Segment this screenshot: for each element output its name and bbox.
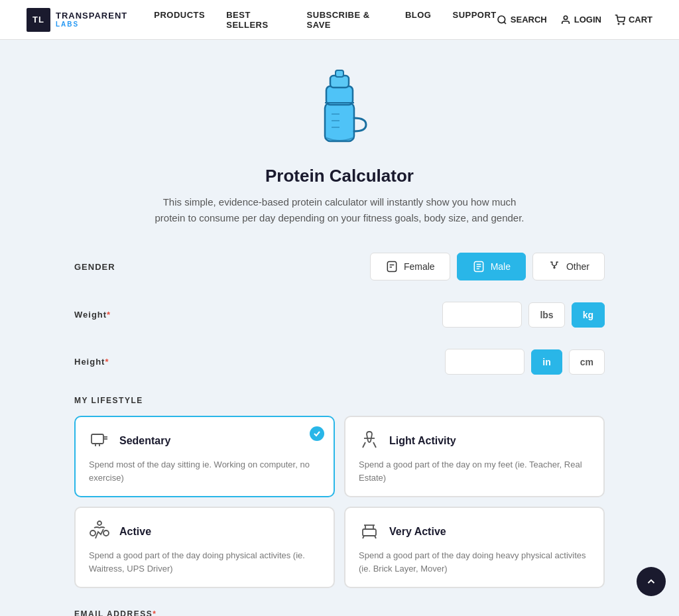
weight-kg-button[interactable]: kg [572,302,605,328]
lifestyle-card-desc: Spend a good part of the day on my feet … [359,458,590,484]
svg-point-4 [623,23,624,24]
logo[interactable]: TL TRANSPARENT LABS [27,8,127,32]
nav-link-best-sellers[interactable]: BEST SELLERS [226,10,285,30]
cart-link[interactable]: CART [615,15,652,25]
navbar: TL TRANSPARENT LABS PRODUCTSBEST SELLERS… [0,0,679,40]
weight-label: Weight* [74,310,207,320]
hero-section: Protein Calculator This simple, evidence… [68,66,611,226]
svg-line-33 [363,536,364,538]
search-link[interactable]: SEARCH [497,15,547,25]
female-icon [385,260,399,273]
lifestyle-card-title: Sedentary [119,435,170,447]
nav-links: PRODUCTSBEST SELLERSSUBSCRIBE & SAVEBLOG… [154,10,497,30]
nav-link-support[interactable]: SUPPORT [452,10,496,30]
selected-check-badge [310,426,324,441]
nav-link-products[interactable]: PRODUCTS [154,10,205,30]
nav-link-subscribe-&-save[interactable]: SUBSCRIBE & SAVE [307,10,384,30]
lifestyle-icon-very-active [359,520,380,544]
lifestyle-card-title: Light Activity [389,435,456,447]
chevron-up-icon [645,576,657,587]
lifestyle-card-light[interactable]: Light Activity Spend a good part of the … [344,416,605,497]
svg-rect-20 [92,434,103,444]
lifestyle-card-header: Light Activity [359,429,590,453]
lifestyle-icon-sedentary [89,429,110,453]
height-in-button[interactable]: in [531,349,562,375]
main-content: Protein Calculator This simple, evidence… [54,40,625,616]
gender-label: GENDER [74,262,207,272]
male-icon [472,260,485,273]
weight-lbs-button[interactable]: lbs [528,302,564,328]
svg-point-27 [90,530,95,536]
svg-point-2 [564,16,567,19]
lifestyle-card-title: Very Active [389,526,446,538]
login-link[interactable]: LOGIN [560,15,601,25]
check-icon [313,430,321,438]
height-cm-button[interactable]: cm [569,349,605,375]
gender-controls: Female Male [370,253,605,280]
lifestyle-card-sedentary[interactable]: Sedentary Spend most of the day sitting … [74,416,335,497]
nav-actions: SEARCH LOGIN CART [497,15,652,25]
weight-row: Weight* lbs kg [68,302,611,328]
svg-line-1 [504,22,506,24]
weight-input[interactable] [442,302,522,328]
lifestyle-card-header: Sedentary [89,429,320,453]
gender-row: GENDER Female Male [68,253,611,280]
lifestyle-card-desc: Spend a good part of the day doing physi… [89,549,320,575]
svg-point-3 [618,23,619,24]
search-icon [497,15,507,25]
lifestyle-grid: Sedentary Spend most of the day sitting … [68,416,611,588]
lifestyle-icon-active [89,520,110,544]
svg-point-0 [498,16,505,23]
weight-controls: lbs kg [442,302,605,328]
svg-line-34 [375,536,376,538]
gender-female-button[interactable]: Female [370,253,450,280]
logo-box: TL [27,8,50,32]
shaker-illustration [306,66,373,153]
email-label: EMAIL ADDRESS* [74,609,605,616]
lifestyle-icon-light [359,429,380,453]
svg-rect-5 [325,103,354,141]
page-description: This simple, evidence-based protein calc… [147,194,532,226]
svg-point-28 [103,530,109,536]
scroll-to-top-button[interactable] [637,567,666,596]
gender-male-button[interactable]: Male [457,253,526,280]
page-title: Protein Calculator [68,166,611,186]
height-input[interactable] [445,349,525,375]
other-gender-icon [548,260,561,273]
svg-rect-13 [387,262,396,272]
height-controls: in cm [445,349,605,375]
lifestyle-card-desc: Spend most of the day sitting ie. Workin… [89,458,320,484]
lifestyle-card-header: Very Active [359,520,590,544]
gender-other-button[interactable]: Other [532,253,605,280]
logo-text: TRANSPARENT LABS [56,11,127,28]
lifestyle-card-desc: Spend a good part of the day doing heavy… [359,549,590,575]
svg-rect-29 [363,529,376,536]
lifestyle-card-title: Active [119,526,151,538]
lifestyle-card-very-active[interactable]: Very Active Spend a good part of the day… [344,507,605,588]
height-row: Height* in cm [68,349,611,375]
lifestyle-card-active[interactable]: Active Spend a good part of the day doin… [74,507,335,588]
height-label: Height* [74,357,207,367]
lifestyle-card-header: Active [89,520,320,544]
user-icon [560,15,571,25]
svg-rect-8 [336,70,343,77]
nav-link-blog[interactable]: BLOG [405,10,432,30]
email-section: EMAIL ADDRESS* [68,609,611,616]
svg-point-26 [97,521,101,525]
cart-icon [615,15,625,25]
lifestyle-section-label: MY LIFESTYLE [68,396,611,405]
svg-rect-6 [326,86,353,105]
